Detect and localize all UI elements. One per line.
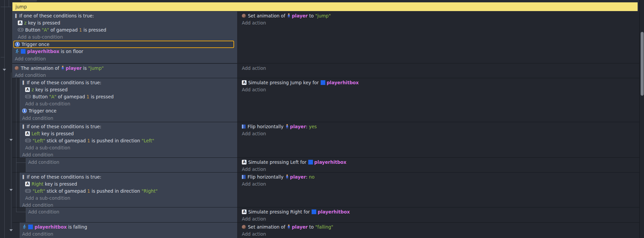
- action-row-simulate-right[interactable]: ASimulate pressing Right for playerhitbo…: [240, 208, 639, 215]
- vertical-scrollbar-thumb[interactable]: [641, 32, 644, 96]
- gamepad-icon: [25, 95, 31, 98]
- comment-row[interactable]: jump: [12, 2, 638, 11]
- add-action-link[interactable]: Add action: [240, 86, 639, 93]
- add-condition-link[interactable]: Add condition: [20, 202, 237, 207]
- event-2-2-1: Add condition ASimulate pressing Left fo…: [12, 158, 639, 173]
- animation-icon: [242, 14, 246, 18]
- animation-icon: [15, 66, 19, 70]
- condition-row-gamepad-button[interactable]: Button "A" of gamepad 1 is pressed: [20, 93, 237, 100]
- add-sub-condition-link[interactable]: Add a sub-condition: [20, 144, 237, 151]
- event-2-3-1-actions: ASimulate pressing Right for playerhitbo…: [237, 207, 639, 222]
- event-1-actions: Set animation of player to "jump" Add ac…: [237, 11, 639, 63]
- object-thumbnail-playerhitbox: [308, 160, 313, 164]
- add-sub-condition-link[interactable]: Add a sub-condition: [20, 195, 237, 202]
- condition-row-gamepad-stick[interactable]: "Left" stick of gamepad 1 is pushed in d…: [20, 137, 237, 144]
- keyboard-icon: A: [25, 182, 30, 186]
- keyboard-icon: A: [242, 209, 247, 214]
- event-2-2: ‖If one of these conditions is true: ALe…: [12, 122, 639, 158]
- event-2-actions: Add action: [237, 64, 639, 78]
- event-2-3-actions: Flip horizontally player: no Add action: [237, 173, 639, 207]
- add-condition-link[interactable]: Add condition: [13, 72, 237, 78]
- collapse-arrow-event2[interactable]: [3, 69, 6, 71]
- event-1: ‖If one of these conditions is true: Az …: [12, 11, 639, 63]
- add-action-link[interactable]: Add action: [240, 130, 639, 137]
- event-sheet: jump ‖If one of these conditions is true…: [12, 0, 639, 238]
- condition-row-is-falling[interactable]: playerhitbox is falling: [20, 223, 237, 230]
- condition-row-or[interactable]: ‖If one of these conditions is true:: [20, 123, 237, 130]
- add-action-link[interactable]: Add action: [240, 19, 639, 26]
- player-sprite-icon: [287, 13, 290, 18]
- add-sub-condition-link[interactable]: Add a sub-condition: [13, 34, 237, 41]
- keyboard-icon: A: [242, 160, 247, 164]
- add-condition-link[interactable]: Add condition: [13, 55, 237, 62]
- add-action-link[interactable]: Add action: [240, 180, 639, 187]
- action-row-set-animation[interactable]: Set animation of player to "falling": [240, 223, 639, 230]
- platformer-character-icon: [22, 225, 26, 229]
- keyboard-icon: A: [18, 20, 22, 25]
- event-2-4: playerhitbox is falling Add condition Se…: [12, 223, 639, 238]
- condition-row-gamepad-button[interactable]: Button "A" of gamepad 1 is pressed: [13, 26, 237, 33]
- event-2-3-1-conditions: Add condition: [26, 207, 237, 222]
- object-thumbnail-playerhitbox: [312, 209, 316, 214]
- event-2-conditions: The animation of player is "jump" Add co…: [12, 64, 237, 78]
- add-condition-link[interactable]: Add condition: [20, 114, 237, 122]
- keyboard-icon: A: [25, 131, 30, 136]
- event-1-conditions: ‖If one of these conditions is true: Az …: [12, 11, 237, 63]
- condition-row-key-pressed[interactable]: ALeft key is pressed: [20, 130, 237, 137]
- gamepad-icon: [18, 28, 23, 32]
- tree-spine-subevents: [11, 73, 11, 229]
- tree-tick-event1: [1, 57, 4, 57]
- action-row-flip-horizontally[interactable]: Flip horizontally player: yes: [240, 123, 639, 130]
- event-2-2-1-conditions: Add condition: [26, 158, 237, 172]
- tree-stub: [9, 0, 9, 7]
- add-condition-link[interactable]: Add condition: [26, 208, 237, 215]
- or-operator-icon: ‖: [22, 174, 24, 179]
- event-2-3-1: Add condition ASimulate pressing Right f…: [12, 207, 639, 223]
- event-2-4-conditions: playerhitbox is falling Add condition: [20, 223, 237, 238]
- event-2-3: ‖If one of these conditions is true: ARi…: [12, 173, 639, 207]
- platformer-character-icon: [15, 49, 19, 54]
- condition-row-or[interactable]: ‖If one of these conditions is true:: [13, 12, 237, 19]
- player-sprite-icon: [285, 124, 289, 129]
- player-sprite-icon: [285, 175, 289, 179]
- or-operator-icon: ‖: [22, 124, 24, 129]
- add-action-link[interactable]: Add action: [240, 165, 639, 172]
- add-action-link[interactable]: Add action: [240, 215, 639, 222]
- event-2-1-conditions: ‖If one of these conditions is true: Az …: [20, 78, 237, 122]
- action-row-simulate-left[interactable]: ASimulate pressing Left for playerhitbox: [240, 158, 639, 165]
- event-2-1-actions: ASimulate pressing Jump key for playerhi…: [237, 78, 639, 122]
- event-2-2-conditions: ‖If one of these conditions is true: ALe…: [20, 122, 237, 157]
- condition-row-trigger-once[interactable]: 1Trigger once: [20, 107, 237, 114]
- condition-row-is-on-floor[interactable]: playerhitbox is on floor: [13, 48, 237, 55]
- condition-row-gamepad-stick[interactable]: "Left" stick of gamepad 1 is pushed in d…: [20, 187, 237, 194]
- trigger-once-icon: 1: [15, 42, 20, 47]
- add-action-link[interactable]: Add action: [240, 230, 639, 237]
- add-condition-link[interactable]: Add condition: [20, 151, 237, 157]
- condition-row-or[interactable]: ‖If one of these conditions is true:: [20, 173, 237, 180]
- condition-row-or[interactable]: ‖If one of these conditions is true:: [20, 79, 237, 86]
- keyboard-icon: A: [25, 87, 30, 92]
- action-row-flip-horizontally[interactable]: Flip horizontally player: no: [240, 173, 639, 180]
- add-condition-link[interactable]: Add condition: [26, 158, 237, 165]
- player-sprite-icon: [287, 225, 290, 229]
- add-condition-link[interactable]: Add condition: [20, 230, 237, 237]
- event-2-2-actions: Flip horizontally player: yes Add action: [237, 122, 639, 157]
- condition-row-key-pressed[interactable]: Az key is pressed: [20, 86, 237, 93]
- tree-spine: [4, 0, 5, 238]
- event-2: The animation of player is "jump" Add co…: [12, 64, 639, 78]
- event-2-3-conditions: ‖If one of these conditions is true: ARi…: [20, 173, 237, 207]
- condition-row-animation-is[interactable]: The animation of player is "jump": [13, 64, 237, 72]
- event-2-4-actions: Set animation of player to "falling" Add…: [237, 223, 639, 238]
- condition-row-key-pressed[interactable]: ARight key is pressed: [20, 180, 237, 187]
- condition-row-trigger-once-selected[interactable]: 1Trigger once: [13, 41, 234, 48]
- add-sub-condition-link[interactable]: Add a sub-condition: [20, 100, 237, 107]
- object-thumbnail-playerhitbox: [21, 49, 25, 54]
- flip-horizontal-icon: [242, 175, 246, 179]
- add-action-link[interactable]: Add action: [240, 64, 639, 72]
- keyboard-icon: A: [242, 80, 247, 85]
- gamepad-icon: [25, 139, 31, 142]
- condition-row-key-pressed[interactable]: Az key is pressed: [13, 19, 237, 26]
- action-row-simulate-jump[interactable]: ASimulate pressing Jump key for playerhi…: [240, 79, 639, 86]
- vertical-scrollbar-track[interactable]: [639, 0, 644, 238]
- action-row-set-animation[interactable]: Set animation of player to "jump": [240, 12, 639, 19]
